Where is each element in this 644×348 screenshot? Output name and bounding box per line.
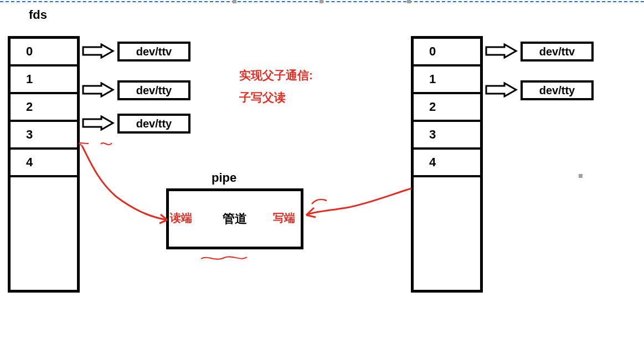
arrow-icon [82, 82, 115, 98]
message-line2: 子写父读 [239, 86, 313, 109]
fd-cell-empty [11, 177, 77, 293]
fds-title: fds [29, 8, 47, 22]
fd-cell-empty [414, 177, 480, 293]
message-line1: 实现父子通信: [239, 64, 313, 86]
fd-cell: 0 [414, 39, 480, 66]
arrow-icon [485, 82, 518, 98]
arrow-icon [82, 115, 115, 131]
fd-cell: 3 [11, 122, 77, 150]
arrow-icon [82, 43, 115, 59]
right-fd-table: 0 1 2 3 4 [411, 36, 483, 293]
dev-tty-box: dev/ttv [117, 42, 190, 62]
message-text: 实现父子通信: 子写父读 [239, 64, 313, 109]
fd-cell: 1 [11, 66, 77, 94]
fd-cell: 2 [11, 94, 77, 122]
marker-dot [233, 0, 236, 3]
fd-cell: 2 [414, 94, 480, 122]
fd-cell: 3 [414, 122, 480, 150]
pipe-title: pipe [212, 171, 236, 185]
marker-dot [320, 0, 323, 3]
diagram-canvas: fds 0 1 2 3 4 dev/ttv dev/tty dev/tty 实现… [0, 0, 644, 348]
fd-cell: 1 [414, 66, 480, 94]
dev-tty-box: dev/tty [117, 114, 190, 134]
red-arrow-right [296, 177, 424, 235]
fd-cell: 4 [414, 150, 480, 177]
fd-cell: 0 [11, 39, 77, 66]
fd-cell: 4 [11, 150, 77, 177]
red-arrow-left [78, 141, 188, 232]
red-scribble [100, 139, 116, 152]
dev-tty-box: dev/tty [521, 80, 594, 100]
arrow-icon [485, 43, 518, 59]
dev-tty-box: dev/ttv [521, 42, 594, 62]
pipe-content-label: 管道 [223, 211, 247, 227]
left-fd-table: 0 1 2 3 4 [8, 36, 80, 293]
marker-dot [407, 0, 411, 3]
marker-dot [579, 174, 583, 178]
red-scribble-under [199, 254, 249, 266]
dev-tty-box: dev/tty [117, 80, 190, 100]
